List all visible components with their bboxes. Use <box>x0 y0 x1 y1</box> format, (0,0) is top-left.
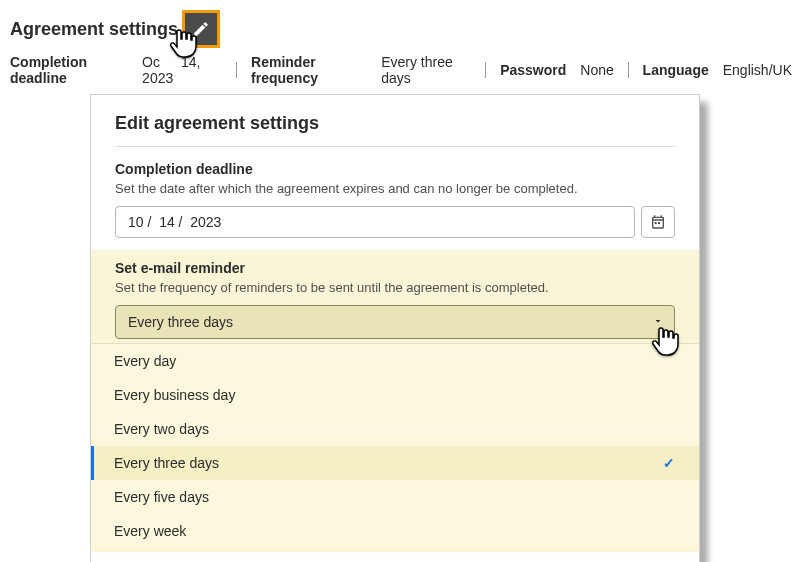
language-value: English/UK <box>723 62 792 78</box>
page-title: Agreement settings <box>10 19 178 40</box>
page-header: Agreement settings <box>10 10 792 48</box>
deadline-hint: Set the date after which the agreement e… <box>115 181 675 196</box>
reminder-option[interactable]: Every three days✓ <box>91 446 699 480</box>
reminder-frequency-dropdown: Every dayEvery business dayEvery two day… <box>91 343 699 548</box>
reminder-hint: Set the frequency of reminders to be sen… <box>115 280 675 295</box>
reminder-frequency-select[interactable]: Every three days <box>115 305 675 339</box>
deadline-section-title: Completion deadline <box>115 161 675 177</box>
separator <box>236 62 237 78</box>
option-label: Every day <box>114 353 176 369</box>
option-label: Every business day <box>114 387 235 403</box>
reminder-option[interactable]: Every day <box>91 344 699 378</box>
reminder-option[interactable]: Every five days <box>91 480 699 514</box>
deadline-date-input[interactable] <box>115 206 635 238</box>
dialog-title: Edit agreement settings <box>115 113 675 147</box>
chevron-down-icon <box>652 314 664 330</box>
reminder-section: Set e-mail reminder Set the frequency of… <box>91 250 699 552</box>
edit-agreement-dialog: Edit agreement settings Completion deadl… <box>90 94 700 562</box>
reminder-option[interactable]: Every two days <box>91 412 699 446</box>
separator <box>485 62 486 78</box>
check-icon: ✓ <box>663 455 675 471</box>
calendar-button[interactable] <box>641 206 675 238</box>
password-value: None <box>580 62 613 78</box>
reminder-section-title: Set e-mail reminder <box>115 260 675 276</box>
reminder-option[interactable]: Every week <box>91 514 699 548</box>
deadline-label: Completion deadline <box>10 54 128 86</box>
reminder-option[interactable]: Every business day <box>91 378 699 412</box>
password-label: Password <box>500 62 566 78</box>
option-label: Every two days <box>114 421 209 437</box>
edit-settings-button[interactable] <box>182 10 220 48</box>
language-label: Language <box>643 62 709 78</box>
select-value: Every three days <box>128 314 233 330</box>
option-label: Every week <box>114 523 186 539</box>
option-label: Every five days <box>114 489 209 505</box>
separator <box>628 62 629 78</box>
reminder-label: Reminder frequency <box>251 54 367 86</box>
reminder-value: Every three days <box>381 54 471 86</box>
settings-summary-row: Completion deadline Ocxxx14, 2023 Remind… <box>10 54 792 86</box>
deadline-value: Ocxxx14, 2023 <box>142 54 222 86</box>
calendar-icon <box>650 214 666 230</box>
pencil-icon <box>192 20 210 38</box>
option-label: Every three days <box>114 455 219 471</box>
